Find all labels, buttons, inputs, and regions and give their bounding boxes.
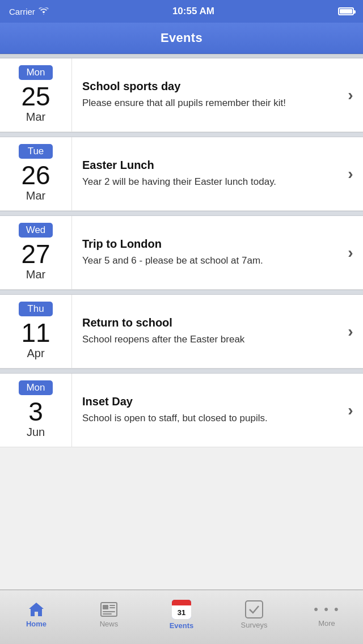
event-description: Year 2 will be having their Easter lunch… [82, 175, 329, 189]
row-separator-2 [0, 211, 363, 216]
date-number: 27 [21, 241, 50, 267]
event-description: Year 5 and 6 - please be at school at 7a… [82, 254, 329, 268]
event-description: School is open to staff, but closed to p… [82, 412, 329, 425]
event-title: Inset Day [82, 395, 329, 408]
tab-home[interactable]: Home [0, 590, 73, 644]
event-content: Easter Lunch Year 2 will be having their… [72, 137, 338, 210]
day-of-week: Mon [19, 380, 53, 395]
events-list: Mon 25 Mar School sports day Please ensu… [0, 54, 363, 502]
day-of-week: Tue [19, 144, 53, 159]
date-month: Jun [27, 426, 45, 439]
chevron-column[interactable]: › [338, 216, 363, 289]
row-separator-1 [0, 132, 363, 137]
tab-news-label: News [100, 620, 119, 628]
surveys-check-icon [245, 600, 263, 618]
battery-indicator [338, 7, 354, 15]
event-title: Trip to London [82, 238, 329, 251]
tab-home-label: Home [26, 620, 47, 628]
nav-bar: Events [0, 23, 363, 54]
date-month: Mar [26, 189, 45, 202]
time-display: 10:55 AM [172, 6, 214, 17]
chevron-column[interactable]: › [338, 58, 363, 132]
event-title: Return to school [82, 316, 329, 329]
tab-surveys-label: Surveys [241, 621, 268, 629]
carrier-wifi: Carrier [9, 7, 49, 16]
event-title: School sports day [82, 80, 329, 93]
top-separator [0, 54, 363, 58]
event-description: Please ensure that all pupils remember t… [82, 96, 329, 110]
event-content: Return to school School reopens after th… [72, 295, 338, 368]
wifi-icon [39, 7, 49, 15]
events-calendar-icon: 31 [172, 600, 191, 619]
event-title: Easter Lunch [82, 159, 329, 172]
date-number: 3 [28, 399, 43, 425]
date-month: Apr [27, 347, 44, 360]
date-number: 11 [21, 320, 50, 346]
event-row[interactable]: Tue 26 Mar Easter Lunch Year 2 will be h… [0, 137, 363, 211]
status-bar: Carrier 10:55 AM [0, 0, 363, 23]
events-container: Mon 25 Mar School sports day Please ensu… [0, 58, 363, 447]
chevron-right-icon: › [348, 165, 353, 183]
date-month: Mar [26, 111, 45, 124]
tab-events-label: Events [170, 621, 194, 630]
tab-more[interactable]: • • • More [290, 590, 363, 644]
calendar-date-number: 31 [172, 605, 191, 619]
tab-more-label: More [318, 619, 335, 628]
date-number: 26 [21, 162, 50, 188]
day-of-week: Mon [19, 65, 53, 80]
chevron-right-icon: › [348, 323, 353, 341]
row-separator-3 [0, 290, 363, 295]
svg-rect-1 [103, 605, 108, 609]
date-column: Mon 25 Mar [0, 58, 72, 132]
date-column: Tue 26 Mar [0, 137, 72, 210]
carrier-label: Carrier [9, 7, 35, 16]
day-of-week: Wed [19, 223, 53, 238]
chevron-column[interactable]: › [338, 295, 363, 368]
chevron-column[interactable]: › [338, 374, 363, 447]
row-separator-4 [0, 368, 363, 374]
svg-rect-2 [109, 605, 115, 606]
date-number: 25 [21, 83, 50, 109]
news-icon [100, 601, 118, 617]
event-row[interactable]: Thu 11 Apr Return to school School reope… [0, 295, 363, 368]
date-column: Thu 11 Apr [0, 295, 72, 368]
day-of-week: Thu [19, 302, 53, 316]
tab-events[interactable]: 31 Events [145, 590, 218, 644]
chevron-right-icon: › [348, 244, 353, 262]
chevron-column[interactable]: › [338, 137, 363, 210]
page-title: Events [161, 31, 202, 45]
date-column: Mon 3 Jun [0, 374, 72, 447]
home-icon [28, 601, 45, 617]
event-row[interactable]: Wed 27 Mar Trip to London Year 5 and 6 -… [0, 216, 363, 290]
chevron-right-icon: › [348, 401, 353, 420]
tab-bar: Home News 31 Events Surveys • • • More [0, 590, 363, 644]
event-row[interactable]: Mon 25 Mar School sports day Please ensu… [0, 58, 363, 132]
event-content: School sports day Please ensure that all… [72, 58, 338, 132]
event-content: Trip to London Year 5 and 6 - please be … [72, 216, 338, 289]
more-dots-icon: • • • [314, 602, 339, 617]
tab-surveys[interactable]: Surveys [218, 590, 290, 644]
svg-rect-3 [109, 607, 115, 608]
event-content: Inset Day School is open to staff, but c… [72, 374, 338, 447]
event-description: School reopens after the Easter break [82, 333, 329, 346]
tab-news[interactable]: News [73, 590, 145, 644]
event-row[interactable]: Mon 3 Jun Inset Day School is open to st… [0, 374, 363, 447]
battery-icon [338, 7, 354, 15]
date-month: Mar [26, 268, 45, 281]
chevron-right-icon: › [348, 86, 353, 104]
date-column: Wed 27 Mar [0, 216, 72, 289]
svg-rect-5 [103, 613, 112, 615]
svg-rect-4 [103, 611, 115, 612]
